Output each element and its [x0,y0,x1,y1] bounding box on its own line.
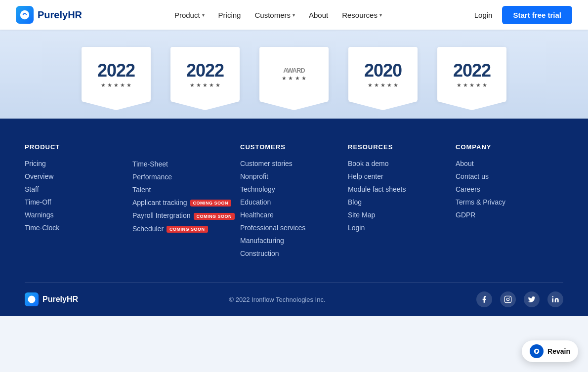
award-badge-3: AWARD ★ ★ ★ ★ [259,47,329,101]
chevron-down-icon: ▾ [293,12,295,18]
footer-logo-text: PurelyHR [42,295,78,304]
coming-soon-badge: COMING SOON [190,200,232,207]
footer-column-heading: COMPANY [456,143,563,151]
footer-link[interactable]: Manufacturing [240,237,348,245]
start-trial-button[interactable]: Start free trial [502,6,572,24]
social-links [476,291,563,307]
footer-link[interactable]: Warnings [25,211,132,219]
footer-columns: PRODUCTPricingOverviewStaffTime-OffWarni… [25,143,563,282]
nav-customers[interactable]: Customers ▾ [254,11,295,19]
award-badge-5: 2022 ★ ★ ★ ★ ★ [437,47,506,101]
footer-column-heading: CUSTOMERS [240,143,348,151]
footer-column: RESOURCESBook a demoHelp centerModule fa… [348,143,456,262]
footer-column-heading: RESOURCES [348,143,456,151]
footer-link[interactable]: Education [240,198,348,206]
footer-link[interactable]: Healthcare [240,211,348,219]
footer-link[interactable]: Site Map [348,211,456,219]
footer-link[interactable]: Overview [25,172,132,180]
nav-links: Product ▾ Pricing Customers ▾ About Reso… [174,11,382,19]
footer-link[interactable]: Talent [132,186,240,194]
footer-link[interactable]: Nonprofit [240,172,348,180]
footer-link[interactable]: Time-Off [25,198,132,206]
footer-logo[interactable]: PurelyHR [25,292,78,306]
svg-point-4 [509,297,510,298]
svg-rect-2 [504,296,511,302]
award-badge-4: 2020 ★ ★ ★ ★ ★ [348,47,418,101]
logo-icon [16,6,34,24]
footer-link[interactable]: Professional services [240,224,348,232]
svg-point-1 [28,296,36,303]
footer-link[interactable]: Applicant trackingCOMING SOON [132,199,240,207]
footer-link[interactable]: Staff [25,185,132,193]
footer-link[interactable]: Help center [348,172,456,180]
footer-logo-icon [25,292,39,306]
login-link[interactable]: Login [474,11,493,19]
award-badge-1: 2022 ★ ★ ★ ★ ★ [82,47,151,101]
footer: PRODUCTPricingOverviewStaffTime-OffWarni… [0,119,588,316]
footer-link[interactable]: Technology [240,185,348,193]
footer-column: CUSTOMERSCustomer storiesNonprofitTechno… [240,143,348,262]
coming-soon-badge: COMING SOON [194,213,235,220]
footer-link[interactable]: Terms & Privacy [456,198,563,206]
footer-link[interactable]: Payroll IntergrationCOMING SOON [132,211,240,219]
nav-product[interactable]: Product ▾ [174,11,205,19]
footer-bottom: PurelyHR © 2022 Ironflow Technologies In… [25,282,563,316]
navbar: PurelyHR Product ▾ Pricing Customers ▾ A… [0,0,588,30]
facebook-icon[interactable] [476,291,492,307]
footer-link[interactable]: Time-Clock [25,224,132,232]
svg-point-0 [20,10,29,19]
svg-point-3 [506,298,509,300]
chevron-down-icon: ▾ [202,12,205,18]
award-badge-2: 2022 ★ ★ ★ ★ ★ [170,47,240,101]
instagram-icon[interactable] [500,291,516,307]
footer-column: COMPANYAboutContact usCareersTerms & Pri… [456,143,563,262]
footer-link[interactable]: Login [348,224,456,232]
svg-point-5 [552,296,553,297]
footer-link[interactable]: Module fact sheets [348,185,456,193]
footer-link[interactable]: Blog [348,198,456,206]
nav-logo[interactable]: PurelyHR [16,6,82,24]
footer-link[interactable]: Performance [132,173,240,181]
twitter-icon[interactable] [524,291,540,307]
nav-about[interactable]: About [309,11,328,19]
footer-column: PRODUCTPricingOverviewStaffTime-OffWarni… [25,143,132,262]
linkedin-icon[interactable] [547,291,563,307]
chevron-down-icon: ▾ [379,12,382,18]
footer-link[interactable]: Book a demo [348,160,456,167]
awards-section: 2022 ★ ★ ★ ★ ★ 2022 ★ ★ ★ ★ ★ AWARD ★ ★ … [0,30,588,119]
logo-text: PurelyHR [38,9,82,21]
footer-column-heading: PRODUCT [25,143,132,151]
copyright-text: © 2022 Ironflow Technologies Inc. [229,296,325,303]
nav-pricing[interactable]: Pricing [218,11,241,19]
footer-link[interactable]: About [456,160,563,167]
footer-link[interactable]: Time-Sheet [132,160,240,168]
footer-link[interactable]: Pricing [25,160,132,167]
footer-link[interactable]: Construction [240,249,348,257]
footer-link[interactable]: Contact us [456,172,563,180]
footer-column: Time-SheetPerformanceTalentApplicant tra… [132,143,240,262]
nav-right: Login Start free trial [474,6,572,24]
footer-link[interactable]: Careers [456,185,563,193]
footer-link[interactable]: GDPR [456,211,563,219]
nav-resources[interactable]: Resources ▾ [342,11,382,19]
footer-link[interactable]: Customer stories [240,160,348,167]
footer-link[interactable]: SchedulerCOMING SOON [132,225,240,233]
coming-soon-badge: COMING SOON [167,226,208,233]
